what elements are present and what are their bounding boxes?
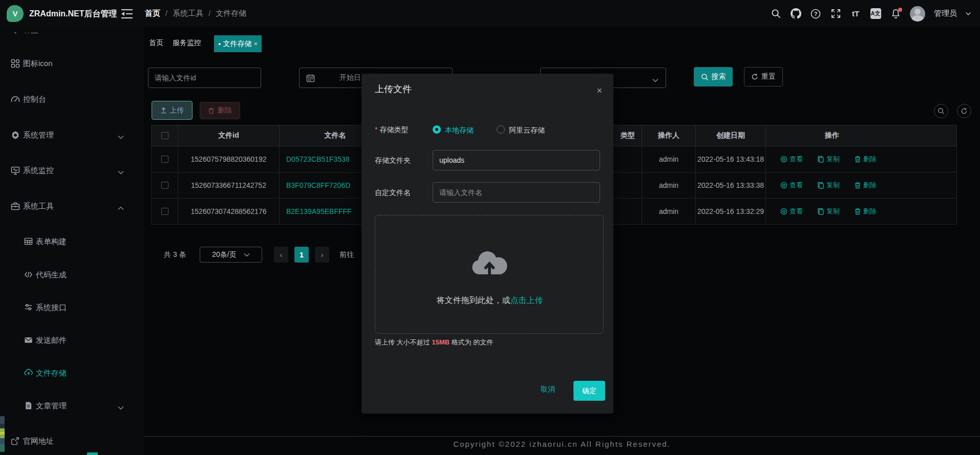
delete-link[interactable]: 删除	[854, 155, 877, 164]
radio-local-label[interactable]: 本地存储	[445, 126, 474, 135]
gear-icon	[11, 131, 20, 140]
fullscreen-icon[interactable]	[830, 8, 841, 19]
help-icon[interactable]: ?	[810, 8, 821, 19]
tab-service-monitor[interactable]: 服务监控	[173, 38, 201, 48]
required-mark: *	[375, 125, 377, 134]
reset-button[interactable]: 重置	[744, 67, 783, 86]
search-icon[interactable]	[770, 8, 781, 19]
radio-aliyun-label[interactable]: 阿里云存储	[509, 126, 545, 135]
col-operator: 操作人	[642, 125, 696, 146]
upload-tip: 请上传 大小不超过 15MB 格式为 的文件	[375, 338, 493, 347]
upload-dropzone[interactable]: 将文件拖到此处，或点击上传	[375, 215, 604, 334]
cell-operator: admin	[642, 199, 696, 225]
copy-link[interactable]: 复制	[817, 207, 840, 216]
tab-home[interactable]: 首页	[149, 38, 163, 48]
next-page-button[interactable]: ›	[315, 247, 329, 263]
sidebar-item-label: 文件存储	[36, 369, 67, 378]
sidebar-item-label: 表单构建	[36, 237, 67, 247]
cell-operator: admin	[642, 146, 696, 172]
tab-file-storage[interactable]: ● 文件存储 ×	[214, 35, 262, 52]
trash-icon	[854, 208, 861, 215]
upload-button[interactable]: 上传	[152, 101, 193, 120]
cancel-button[interactable]: 取消	[541, 385, 555, 394]
font-size-glyph: tT	[852, 9, 859, 18]
user-name[interactable]: 管理员	[934, 9, 957, 18]
sidebar-fold-icon[interactable]	[121, 8, 133, 19]
home-icon	[11, 32, 20, 33]
sidebar-item-code-gen[interactable]: 代码生成	[0, 266, 144, 284]
scrollbar-thumb[interactable]	[87, 452, 98, 455]
sidebar-item-label: 首页	[23, 32, 38, 34]
delete-link[interactable]: 删除	[854, 207, 877, 216]
size-limit: 15MB	[432, 338, 450, 346]
active-dot-icon: ●	[218, 41, 221, 47]
view-link[interactable]: 查看	[780, 181, 803, 190]
date-start-placeholder: 开始日	[339, 73, 361, 82]
sidebar-item-home[interactable]: 首页	[0, 27, 144, 33]
search-button[interactable]: 搜索	[694, 67, 733, 86]
radio-local-storage[interactable]	[433, 125, 441, 134]
page-size-select[interactable]: 20条/页	[200, 247, 262, 263]
row-checkbox[interactable]	[161, 182, 168, 189]
sidebar-item-official-site[interactable]: 官网地址	[0, 432, 144, 450]
chevron-down-icon[interactable]	[966, 11, 971, 16]
breadcrumb-current: 文件存储	[216, 9, 246, 18]
sidebar-item-console[interactable]: 控制台	[0, 90, 144, 109]
current-page-button[interactable]: 1	[294, 247, 309, 263]
language-icon[interactable]: A文	[870, 8, 881, 19]
row-checkbox[interactable]	[161, 156, 168, 163]
click-upload-link[interactable]: 点击上传	[510, 296, 543, 305]
row-checkbox[interactable]	[161, 208, 168, 215]
copy-link[interactable]: 复制	[817, 181, 840, 190]
filename-input[interactable]	[433, 182, 600, 203]
view-link[interactable]: 查看	[780, 207, 803, 216]
select-all-checkbox[interactable]	[161, 132, 168, 139]
breadcrumb-home[interactable]: 首页	[145, 9, 160, 18]
sidebar-item-label: 系统监控	[23, 166, 54, 176]
toggle-search-button[interactable]	[934, 104, 948, 118]
sidebar-item-label: 文章管理	[36, 401, 67, 411]
sidebar-item-system-monitor[interactable]: 系统监控	[0, 161, 144, 180]
reset-label: 重置	[761, 72, 776, 81]
sidebar-item-icons[interactable]: 图标icon	[0, 54, 144, 73]
delete-link[interactable]: 删除	[854, 181, 877, 190]
sidebar-item-form-builder[interactable]: 表单构建	[0, 232, 144, 251]
sidebar-item-send-mail[interactable]: 发送邮件	[0, 331, 144, 350]
col-actions: 操作	[766, 125, 957, 146]
font-size-icon[interactable]: tT	[850, 8, 861, 19]
close-icon[interactable]: ×	[596, 86, 602, 95]
toolbox-icon	[11, 202, 20, 211]
cell-created: 2022-05-16 13:32:29	[696, 199, 766, 225]
cell-created: 2022-05-16 13:43:18	[696, 146, 766, 172]
logo-letter: V	[12, 9, 17, 18]
folder-input[interactable]	[433, 150, 600, 170]
copy-link[interactable]: 复制	[817, 155, 840, 164]
delete-button[interactable]: 删除	[200, 102, 240, 119]
tab-close-icon[interactable]: ×	[253, 40, 258, 48]
calendar-icon	[306, 74, 315, 82]
eye-icon	[780, 208, 787, 215]
sidebar-item-articles[interactable]: 文章管理	[0, 397, 144, 415]
file-id-input[interactable]	[148, 68, 261, 88]
app-title: ZRAdmin.NET后台管理	[29, 9, 117, 19]
breadcrumb-system-tools[interactable]: 系统工具	[173, 9, 203, 18]
copyright-text: Copyright ©2022 izhaorui.cn All Rights R…	[144, 440, 980, 448]
sidebar-item-system-admin[interactable]: 系统管理	[0, 126, 144, 144]
eye-icon	[780, 182, 787, 189]
chevron-up-icon	[118, 203, 124, 209]
sidebar-item-system-tools[interactable]: 系统工具	[0, 197, 144, 215]
refresh-icon	[751, 73, 758, 80]
chevron-down-icon	[118, 132, 124, 138]
sidebar-item-label: 发送邮件	[36, 336, 67, 345]
bell-icon[interactable]	[890, 8, 901, 19]
storage-type-label: *存储类型	[375, 125, 408, 135]
radio-aliyun-storage[interactable]	[497, 125, 505, 134]
sidebar-item-system-api[interactable]: 系统接口	[0, 298, 144, 317]
refresh-table-button[interactable]	[957, 104, 971, 118]
avatar[interactable]	[910, 6, 925, 21]
prev-page-button[interactable]: ‹	[274, 247, 288, 263]
confirm-button[interactable]: 确定	[573, 381, 605, 401]
sidebar-item-file-storage[interactable]: 文件存储	[0, 364, 144, 382]
github-icon[interactable]	[790, 8, 801, 19]
view-link[interactable]: 查看	[780, 155, 803, 164]
